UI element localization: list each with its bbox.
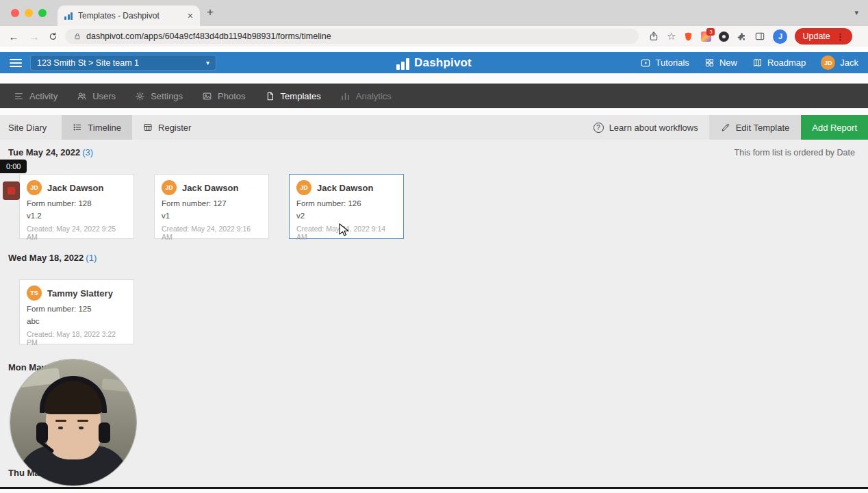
template-subnav: Site Diary Timeline Register ? Learn abo… [0, 115, 868, 140]
card-row: TS Tammy Slattery Form number: 125 abc C… [19, 279, 868, 344]
group-count: (3) [82, 147, 93, 157]
card-author: Jack Dawson [47, 183, 103, 193]
partial-row-strip [0, 489, 868, 493]
forward-icon[interactable]: → [27, 31, 41, 42]
minimize-window-button[interactable] [25, 9, 33, 17]
new-tab-button[interactable]: + [207, 6, 214, 18]
chrome-divider [0, 47, 868, 52]
form-card[interactable]: TS Tammy Slattery Form number: 125 abc C… [19, 279, 134, 344]
extension-icon[interactable]: 3 [701, 31, 711, 42]
new-button[interactable]: New [704, 58, 737, 68]
tutorials-button[interactable]: Tutorials [640, 58, 689, 68]
site-selector-dropdown[interactable]: 123 Smith St > Site team 1 ▾ [30, 55, 216, 71]
card-header: TS Tammy Slattery [27, 286, 127, 301]
browser-profile-avatar[interactable]: J [773, 29, 787, 44]
avatar: JD [162, 180, 177, 195]
browser-address-bar: ← → dashpivot.com/apps/604a9cf483d4db119… [0, 26, 868, 47]
user-menu[interactable]: JD Jack [821, 55, 858, 70]
recording-stop-button[interactable] [3, 181, 20, 200]
map-icon [752, 58, 763, 68]
user-avatar: JD [821, 55, 835, 70]
tab-timeline[interactable]: Timeline [62, 115, 132, 140]
bottom-divider [0, 487, 868, 489]
browser-menu-kebab-icon[interactable]: ⋮ [836, 31, 845, 42]
group-date: Tue May 24, 2022 [8, 147, 80, 157]
shield-icon[interactable] [683, 31, 693, 42]
bookmark-star-icon[interactable]: ☆ [667, 30, 676, 42]
close-tab-icon[interactable]: × [188, 11, 193, 21]
form-card[interactable]: JD Jack Dawson Form number: 128 v1.2 Cre… [19, 174, 134, 239]
browser-update-button[interactable]: Update ⋮ [795, 28, 852, 45]
add-report-button[interactable]: Add Report [801, 115, 868, 140]
share-icon[interactable] [648, 31, 659, 42]
question-icon: ? [593, 123, 604, 133]
roadmap-button[interactable]: Roadmap [752, 58, 806, 68]
card-form-number: Form number: 128 [27, 199, 127, 207]
form-card[interactable]: JD Jack Dawson Form number: 127 v1 Creat… [154, 174, 269, 239]
register-table-icon [143, 123, 153, 132]
back-icon[interactable]: ← [7, 31, 21, 42]
play-icon [640, 58, 651, 68]
close-window-button[interactable] [11, 9, 19, 17]
learn-about-workflows-link[interactable]: ? Learn about workflows [583, 115, 709, 140]
extension-dark-icon[interactable] [719, 31, 729, 42]
nav-item-settings[interactable]: Settings [125, 84, 192, 108]
template-name-label: Site Diary [8, 123, 47, 133]
zoom-window-button[interactable] [38, 9, 47, 17]
nav-gap [0, 108, 868, 115]
webcam-bubble[interactable] [10, 359, 136, 485]
group-date: Wed May 18, 2022 [8, 253, 84, 263]
avatar: JD [27, 180, 42, 195]
tutorials-label: Tutorials [656, 58, 689, 68]
chevron-down-icon: ▾ [206, 59, 209, 66]
photo-icon [202, 91, 212, 101]
mouse-cursor [339, 223, 350, 239]
date-group-header-partial: Thu Ma [8, 468, 868, 478]
nav-item-templates[interactable]: Templates [255, 84, 331, 108]
app-header: 123 Smith St > Site team 1 ▾ Dashpivot T… [0, 52, 868, 73]
nav-item-analytics[interactable]: Analytics [331, 84, 401, 108]
card-form-number: Form number: 125 [27, 305, 127, 313]
new-label: New [719, 58, 737, 68]
learn-label: Learn about workflows [609, 123, 698, 133]
browser-tab[interactable]: Templates - Dashpivot × [58, 5, 200, 26]
card-version: v1.2 [27, 212, 127, 220]
nav-label: Users [92, 91, 116, 101]
document-icon [265, 91, 275, 101]
date-group-header: Tue May 24, 2022(3) [8, 147, 93, 157]
nav-item-users[interactable]: Users [67, 84, 125, 108]
card-author: Jack Dawson [182, 183, 238, 193]
card-created: Created: May 18, 2022 3:22 PM [27, 330, 127, 346]
card-form-number: Form number: 127 [162, 199, 261, 207]
card-created: Created: May 24, 2022 9:25 AM [27, 225, 127, 241]
browser-tab-strip: Templates - Dashpivot × + ▾ [0, 0, 868, 26]
nav-label: Analytics [356, 91, 392, 101]
main-nav: Activity Users Settings Photos Templates… [0, 84, 868, 108]
group-header-row: Tue May 24, 2022(3) This form list is or… [0, 140, 868, 157]
edit-template-button[interactable]: Edit Template [709, 115, 802, 140]
subnav-actions: ? Learn about workflows Edit Template Ad… [583, 115, 868, 140]
webcam-person-brow [77, 420, 88, 422]
date-group-header: Mon May 16, 2022(1) [8, 362, 868, 372]
nav-item-activity[interactable]: Activity [4, 84, 67, 108]
dashpivot-favicon-icon [64, 12, 73, 20]
sidebar-icon[interactable] [754, 31, 765, 42]
activity-icon [14, 91, 24, 101]
add-report-label: Add Report [812, 123, 857, 133]
order-note: This form list is ordered by Date [735, 148, 855, 157]
reload-icon[interactable] [48, 31, 58, 42]
card-header: JD Jack Dawson [27, 180, 127, 195]
nav-label: Templates [281, 91, 321, 101]
puzzle-extensions-icon[interactable] [737, 31, 747, 42]
hamburger-menu-icon[interactable] [10, 59, 22, 67]
tab-search-chevron-icon[interactable]: ▾ [854, 8, 858, 17]
tab-register[interactable]: Register [132, 115, 202, 140]
nav-item-photos[interactable]: Photos [192, 84, 255, 108]
lock-icon[interactable] [73, 32, 81, 40]
url-field[interactable]: dashpivot.com/apps/604a9cf483d4db1194b98… [65, 29, 639, 44]
bar-chart-icon [340, 91, 350, 101]
stop-icon [8, 187, 15, 194]
window-controls [11, 9, 47, 17]
dashpivot-logo-icon [396, 58, 409, 70]
card-author: Tammy Slattery [47, 288, 113, 299]
